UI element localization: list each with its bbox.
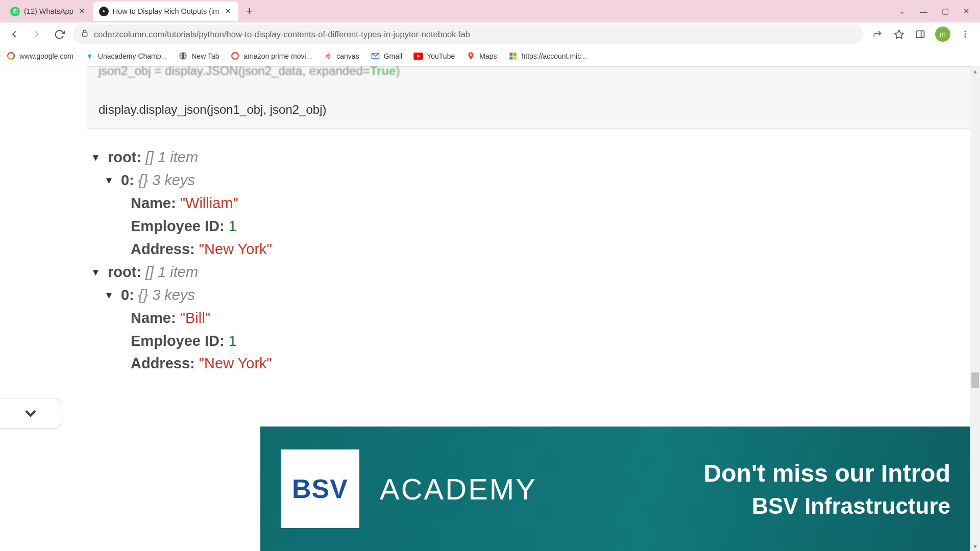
- globe-icon: [178, 51, 188, 61]
- youtube-icon: [413, 51, 423, 61]
- tab-strip: ✆ (12) WhatsApp ✕ • How to Display Rich …: [0, 0, 980, 22]
- bookmark-amazon[interactable]: amazon prime movi...: [230, 51, 312, 61]
- json-root[interactable]: ▼ root: [] 1 item: [91, 261, 980, 284]
- bookmark-label: https://account.mic...: [521, 52, 586, 60]
- bookmark-label: www.google.com: [19, 52, 74, 60]
- code-line-blurred: json2_obj = display.JSON(json2_data, exp…: [99, 66, 963, 80]
- forward-button[interactable]: [28, 25, 46, 43]
- ad-academy-text: ACADEMY: [380, 472, 537, 506]
- close-icon[interactable]: ✕: [78, 7, 87, 16]
- reload-button[interactable]: [50, 25, 68, 43]
- json-index[interactable]: ▼ 0: {} 3 keys: [104, 169, 980, 192]
- json-root[interactable]: ▼ root: [] 1 item: [91, 146, 980, 169]
- address-bar[interactable]: coderzcolumn.com/tutorials/python/how-to…: [72, 24, 864, 44]
- google-icon: [6, 51, 16, 61]
- vertical-scrollbar[interactable]: ▲ ▼: [970, 66, 980, 551]
- caret-down-icon[interactable]: ▼: [104, 173, 114, 188]
- new-tab-button[interactable]: +: [241, 4, 257, 19]
- chevron-down-icon[interactable]: ⌄: [899, 7, 905, 16]
- json-field: Name: "William": [131, 192, 980, 215]
- code-line: display.display_json(json1_obj, json2_ob…: [99, 101, 963, 119]
- caret-down-icon[interactable]: ▼: [91, 150, 101, 165]
- svg-point-9: [232, 53, 239, 59]
- json-index[interactable]: ▼ 0: {} 3 keys: [104, 284, 980, 307]
- svg-rect-16: [513, 56, 517, 59]
- tab-whatsapp[interactable]: ✆ (12) WhatsApp ✕: [4, 2, 93, 21]
- whatsapp-icon: ✆: [10, 7, 20, 16]
- json-field: Address: "New York": [131, 352, 980, 375]
- url-text: coderzcolumn.com/tutorials/python/how-to…: [94, 30, 855, 39]
- svg-point-5: [965, 34, 966, 35]
- share-icon[interactable]: [871, 28, 884, 41]
- bookmark-google[interactable]: www.google.com: [6, 51, 74, 61]
- bookmark-label: Gmail: [384, 52, 403, 60]
- scroll-down-icon[interactable]: ▼: [970, 541, 980, 551]
- back-button[interactable]: [5, 25, 23, 43]
- json-field: Address: "New York": [131, 238, 980, 261]
- toolbar-right: m: [868, 27, 975, 42]
- ad-logo: BSV: [281, 449, 359, 528]
- star-icon[interactable]: [892, 28, 905, 41]
- json-field: Name: "Bill": [131, 307, 980, 330]
- avatar[interactable]: m: [935, 27, 950, 42]
- bookmark-microsoft[interactable]: https://account.mic...: [508, 51, 586, 61]
- bookmark-label: Maps: [479, 52, 497, 60]
- bookmark-gmail[interactable]: Gmail: [371, 51, 403, 61]
- json-output: ▼ root: [] 1 item ▼ 0: {} 3 keys Name: "…: [91, 146, 980, 375]
- ad-banner[interactable]: BSV ACADEMY Don't miss our Introd BSV In…: [260, 427, 971, 551]
- lock-icon: [81, 29, 89, 39]
- page-content: json2_obj = display.JSON(json2_data, exp…: [0, 66, 980, 551]
- window-controls: ⌄ — ▢ ✕: [889, 0, 980, 22]
- bookmark-label: YouTube: [427, 52, 455, 60]
- bookmark-label: Unacademy Champ...: [98, 52, 167, 60]
- bookmark-newtab[interactable]: New Tab: [178, 51, 219, 61]
- close-icon[interactable]: ✕: [223, 7, 232, 16]
- scroll-up-icon[interactable]: ▲: [970, 66, 980, 76]
- svg-point-12: [470, 54, 472, 56]
- google-icon: [230, 51, 240, 61]
- svg-point-6: [965, 36, 966, 38]
- bookmark-label: canvas: [336, 52, 359, 60]
- bookmark-label: New Tab: [191, 52, 219, 60]
- bookmark-canvas[interactable]: ✲ canvas: [323, 51, 359, 61]
- bookmark-youtube[interactable]: YouTube: [413, 51, 455, 61]
- tab-title: How to Display Rich Outputs (im: [113, 7, 219, 15]
- maps-icon: [466, 51, 476, 61]
- svg-marker-1: [894, 30, 903, 38]
- toolbar: coderzcolumn.com/tutorials/python/how-to…: [0, 22, 980, 46]
- svg-rect-0: [82, 33, 87, 36]
- collapse-handle[interactable]: [0, 398, 61, 429]
- bookmarks-bar: www.google.com ▼ Unacademy Champ... New …: [0, 46, 980, 66]
- maximize-button[interactable]: ▢: [942, 7, 949, 16]
- svg-rect-14: [513, 53, 517, 56]
- unacademy-icon: ▼: [85, 51, 94, 61]
- bookmark-label: amazon prime movi...: [243, 52, 312, 60]
- json-field: Employee ID: 1: [131, 215, 980, 238]
- caret-down-icon[interactable]: ▼: [104, 288, 114, 303]
- ad-headline: Don't miss our Introd BSV Infrastructure: [704, 459, 950, 519]
- site-icon: •: [99, 7, 109, 16]
- tab-title: (12) WhatsApp: [24, 7, 74, 15]
- bookmark-unacademy[interactable]: ▼ Unacademy Champ...: [85, 51, 167, 61]
- minimize-button[interactable]: —: [920, 7, 927, 16]
- gmail-icon: [371, 51, 380, 61]
- tab-active[interactable]: • How to Display Rich Outputs (im ✕: [93, 2, 239, 21]
- menu-icon[interactable]: [959, 28, 972, 41]
- microsoft-icon: [508, 51, 518, 61]
- svg-point-4: [965, 31, 966, 32]
- json-field: Employee ID: 1: [131, 330, 980, 353]
- bookmark-maps[interactable]: Maps: [466, 51, 497, 61]
- svg-rect-15: [509, 56, 512, 59]
- canvas-icon: ✲: [323, 51, 333, 61]
- svg-rect-2: [917, 31, 924, 37]
- svg-rect-13: [509, 53, 512, 56]
- caret-down-icon[interactable]: ▼: [91, 265, 101, 280]
- close-window-button[interactable]: ✕: [963, 7, 970, 16]
- scroll-thumb[interactable]: [971, 372, 979, 388]
- code-block: json2_obj = display.JSON(json2_data, exp…: [87, 66, 975, 129]
- side-panel-icon[interactable]: [914, 28, 927, 41]
